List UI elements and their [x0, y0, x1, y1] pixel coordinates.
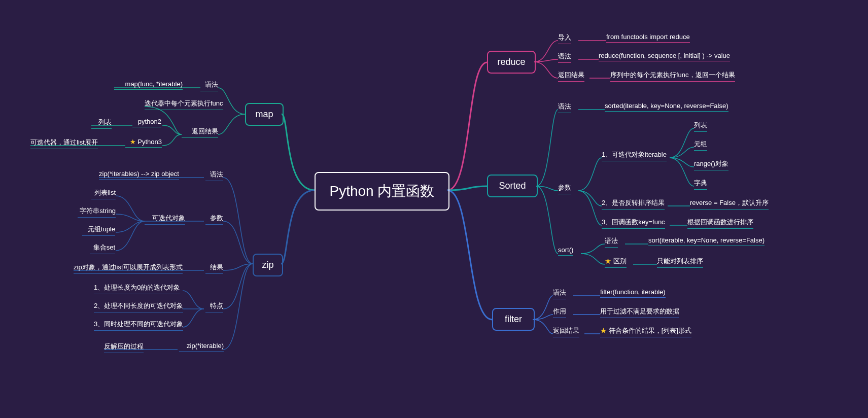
- filter-role-value: 用于过滤不满足要求的数据: [600, 307, 679, 318]
- reduce-syntax-label: 语法: [558, 52, 571, 63]
- reduce-import-label: 导入: [558, 33, 571, 44]
- sorted-p3-value: 根据回调函数进行排序: [687, 218, 753, 229]
- sorted-sort-diff-value: 只能对列表排序: [657, 257, 703, 268]
- zip-syntax-label: 语法: [205, 170, 223, 181]
- branch-zip[interactable]: zip: [253, 254, 283, 276]
- sorted-sort-label: sort(): [558, 246, 573, 256]
- reduce-syntax-value: reduce(function, sequence [, initial] ) …: [599, 52, 730, 61]
- reduce-import-value: from functools import reduce: [606, 33, 690, 43]
- zip-result-label: 结果: [205, 263, 223, 274]
- map-return-sub1: 迭代器中每个元素执行func: [145, 99, 223, 110]
- zip-syntax-value: zip(*iterables) --> zip object: [99, 170, 179, 180]
- zip-feature-label: 特点: [205, 301, 223, 312]
- reduce-return-value: 序列中的每个元素执行func，返回一个结果: [610, 71, 735, 82]
- sorted-param-label: 参数: [558, 183, 571, 194]
- zip-param-item-1: 字符串string: [78, 206, 116, 218]
- zip-feature-2: 3、同时处理不同的可迭代对象: [94, 320, 183, 331]
- mindmap-canvas: Python 内置函数 map 语法 map(func, *iterable) …: [0, 0, 868, 418]
- reduce-return-label: 返回结果: [558, 71, 584, 82]
- map-return-sub2-value: 列表: [91, 118, 112, 129]
- zip-result-value: zip对象，通过list可以展开成列表形式: [74, 263, 183, 274]
- zip-param-label: 参数: [205, 214, 223, 225]
- sorted-sort-syntax-value: sort(iterable, key=None, reverse=False): [648, 236, 765, 246]
- branch-sorted[interactable]: Sorted: [487, 175, 538, 197]
- map-return-sub2-label: python2: [132, 118, 161, 127]
- sorted-p1-item-0: 列表: [694, 121, 707, 132]
- sorted-p1-item-2: range()对象: [694, 159, 728, 170]
- zip-param-item-2: 元组tuple: [82, 225, 115, 236]
- sorted-syntax-label: 语法: [558, 102, 571, 113]
- sorted-p3-label: 3、回调函数key=func: [602, 218, 665, 229]
- branch-reduce[interactable]: reduce: [487, 51, 536, 74]
- sorted-syntax-value: sorted(iterable, key=None, reverse=False…: [605, 102, 728, 112]
- filter-syntax-label: 语法: [553, 288, 566, 299]
- map-syntax-value: map(func, *iterable): [114, 80, 183, 90]
- branch-map[interactable]: map: [245, 103, 284, 126]
- zip-param-item-0: 列表list: [91, 188, 116, 199]
- filter-role-label: 作用: [553, 307, 566, 318]
- zip-feature-0: 1、处理长度为0的的迭代对象: [94, 283, 180, 294]
- sorted-sort-diff-label: 区别: [605, 257, 627, 268]
- zip-feature-1: 2、处理不同长度的可迭代对象: [94, 301, 183, 312]
- filter-return-label: 返回结果: [553, 326, 579, 337]
- sorted-p1-label: 1、可迭代对象iterable: [602, 150, 667, 161]
- map-return-label: 返回结果: [182, 127, 218, 138]
- sorted-p2-value: reverse = False，默认升序: [690, 198, 769, 210]
- sorted-p2-label: 2、是否反转排序结果: [602, 198, 665, 210]
- map-syntax-label: 语法: [200, 80, 218, 91]
- filter-syntax-value: filter(function, iterable): [600, 288, 666, 298]
- map-return-sub3-label: Python3: [125, 138, 162, 148]
- zip-unzip-value: 反解压的过程: [104, 342, 144, 353]
- root-node[interactable]: Python 内置函数: [315, 172, 449, 211]
- sorted-p1-item-1: 元组: [694, 140, 707, 151]
- sorted-p1-item-3: 字典: [694, 179, 707, 190]
- filter-return-value: 符合条件的结果，[列表]形式: [600, 326, 691, 337]
- zip-param-sub-label: 可迭代对象: [145, 214, 185, 225]
- branch-filter[interactable]: filter: [492, 308, 535, 331]
- zip-unzip-label: zip(*iterable): [179, 342, 224, 352]
- map-return-sub3-value: 可迭代器，通过list展开: [30, 138, 98, 149]
- zip-param-item-3: 集合set: [90, 243, 115, 254]
- sorted-sort-syntax-label: 语法: [605, 236, 618, 248]
